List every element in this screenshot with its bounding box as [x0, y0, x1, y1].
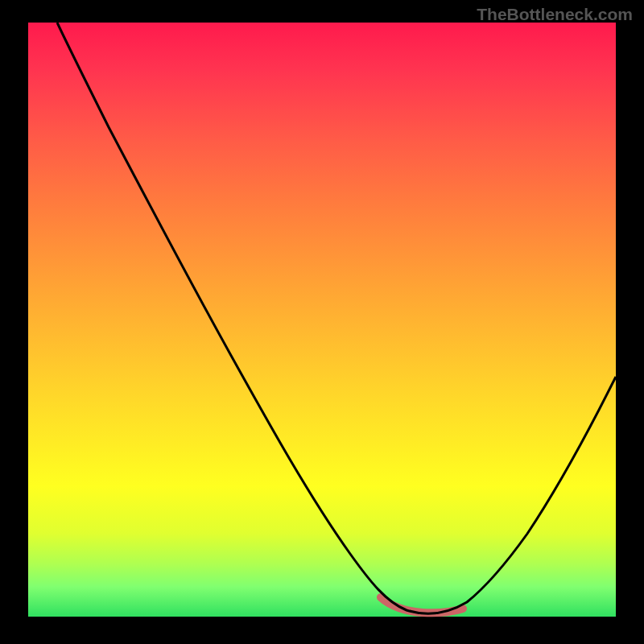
chart-container: TheBottleneck.com — [0, 0, 644, 644]
curve-svg — [28, 23, 616, 617]
bottleneck-curve — [57, 23, 616, 613]
watermark-text: TheBottleneck.com — [477, 5, 633, 24]
plot-gradient-background — [28, 23, 616, 617]
